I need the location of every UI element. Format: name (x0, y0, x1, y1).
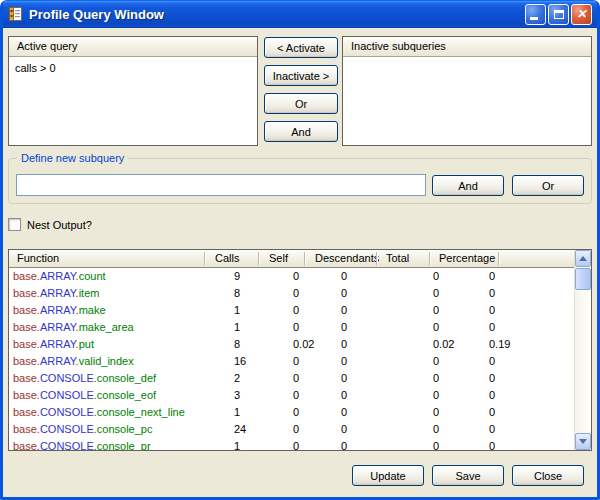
descendants-cell: 0 (341, 355, 347, 367)
active-query-header: Active query (9, 37, 257, 57)
function-cell: base.CONSOLE.console_eof (13, 389, 156, 401)
active-query-list[interactable]: calls > 0 (9, 58, 257, 145)
table-row[interactable]: base.ARRAY.put80.0200.020.19 (9, 336, 574, 353)
total-cell: 0 (433, 440, 439, 450)
maximize-button[interactable] (548, 4, 569, 25)
maximize-icon (554, 10, 564, 19)
self-cell: 0.02 (293, 338, 314, 350)
function-cell: base.CONSOLE.console_pr (13, 440, 151, 450)
subquery-and-button[interactable]: And (432, 175, 504, 196)
calls-cell: 3 (234, 389, 240, 401)
column-separator (204, 252, 205, 265)
window-controls (525, 4, 592, 25)
activate-button[interactable]: < Activate (264, 37, 338, 58)
percentage-cell: 0 (489, 406, 495, 418)
calls-cell: 8 (234, 338, 240, 350)
column-header-total[interactable]: Total (386, 252, 409, 264)
table-row[interactable]: base.ARRAY.make10000 (9, 302, 574, 319)
column-separator (258, 252, 259, 265)
total-cell: 0 (433, 372, 439, 384)
inactive-subqueries-list[interactable] (343, 58, 591, 145)
column-separator (498, 252, 499, 265)
inactive-subqueries-header: Inactive subqueries (343, 37, 591, 57)
percentage-cell: 0 (489, 321, 495, 333)
self-cell: 0 (293, 423, 299, 435)
table-body: base.ARRAY.count90000base.ARRAY.item8000… (9, 268, 574, 450)
total-cell: 0.02 (433, 338, 454, 350)
update-button[interactable]: Update (352, 465, 424, 486)
column-header-descendants[interactable]: Descendants (315, 252, 379, 264)
column-separator (304, 252, 305, 265)
table-row[interactable]: base.ARRAY.make_area10000 (9, 319, 574, 336)
subquery-or-button[interactable]: Or (512, 175, 584, 196)
minimize-button[interactable] (525, 4, 546, 25)
footer-close-button[interactable]: Close (512, 465, 584, 486)
self-cell: 0 (293, 270, 299, 282)
table-row[interactable]: base.ARRAY.count90000 (9, 268, 574, 285)
total-cell: 0 (433, 321, 439, 333)
descendants-cell: 0 (341, 372, 347, 384)
scroll-up-button[interactable] (575, 250, 591, 267)
descendants-cell: 0 (341, 406, 347, 418)
total-cell: 0 (433, 355, 439, 367)
window-title: Profile Query Window (29, 7, 525, 22)
table-row[interactable]: base.CONSOLE.console_pr10000 (9, 438, 574, 450)
column-header-self[interactable]: Self (269, 252, 288, 264)
percentage-cell: 0 (489, 287, 495, 299)
vertical-scrollbar[interactable] (574, 250, 591, 450)
table-row[interactable]: base.CONSOLE.console_def20000 (9, 370, 574, 387)
total-cell: 0 (433, 304, 439, 316)
save-button[interactable]: Save (432, 465, 504, 486)
percentage-cell: 0 (489, 423, 495, 435)
or-button[interactable]: Or (264, 93, 338, 114)
window-icon[interactable] (8, 6, 24, 22)
table-row[interactable]: base.CONSOLE.console_eof30000 (9, 387, 574, 404)
table-row[interactable]: base.CONSOLE.console_next_line10000 (9, 404, 574, 421)
total-cell: 0 (433, 389, 439, 401)
calls-cell: 1 (234, 406, 240, 418)
function-cell: base.ARRAY.make_area (13, 321, 134, 333)
column-header-percentage[interactable]: Percentage (439, 252, 495, 264)
self-cell: 0 (293, 440, 299, 450)
nest-output-checkbox[interactable] (8, 218, 21, 231)
define-subquery-label: Define new subquery (17, 152, 128, 165)
self-cell: 0 (293, 355, 299, 367)
table-row[interactable]: base.CONSOLE.console_pc240000 (9, 421, 574, 438)
function-cell: base.ARRAY.make (13, 304, 106, 316)
column-header-function[interactable]: Function (17, 252, 59, 264)
percentage-cell: 0 (489, 270, 495, 282)
table-row[interactable]: base.ARRAY.valid_index160000 (9, 353, 574, 370)
function-cell: base.ARRAY.item (13, 287, 99, 299)
calls-cell: 16 (234, 355, 246, 367)
self-cell: 0 (293, 304, 299, 316)
and-button[interactable]: And (264, 121, 338, 142)
descendants-cell: 0 (341, 423, 347, 435)
descendants-cell: 0 (341, 304, 347, 316)
percentage-cell: 0 (489, 389, 495, 401)
calls-cell: 24 (234, 423, 246, 435)
subquery-input[interactable] (16, 174, 426, 196)
client-area: Active query calls > 0 < Activate Inacti… (3, 28, 597, 497)
descendants-cell: 0 (341, 338, 347, 350)
close-button[interactable] (571, 4, 592, 25)
scroll-down-button[interactable] (575, 433, 591, 450)
total-cell: 0 (433, 270, 439, 282)
chevron-up-icon (579, 256, 587, 261)
descendants-cell: 0 (341, 270, 347, 282)
calls-cell: 1 (234, 321, 240, 333)
self-cell: 0 (293, 389, 299, 401)
percentage-cell: 0.19 (489, 338, 510, 350)
column-header-calls[interactable]: Calls (215, 252, 239, 264)
scroll-thumb[interactable] (575, 268, 591, 290)
calls-cell: 2 (234, 372, 240, 384)
table-row[interactable]: base.ARRAY.item80000 (9, 285, 574, 302)
minimize-icon (530, 17, 538, 20)
inactivate-button[interactable]: Inactivate > (264, 65, 338, 86)
descendants-cell: 0 (341, 389, 347, 401)
table-header: Function Calls Self Descendants Total Pe… (9, 250, 591, 268)
active-query-item[interactable]: calls > 0 (9, 58, 257, 78)
titlebar[interactable]: Profile Query Window (3, 0, 597, 28)
function-cell: base.ARRAY.count (13, 270, 106, 282)
function-cell: base.ARRAY.valid_index (13, 355, 134, 367)
self-cell: 0 (293, 406, 299, 418)
